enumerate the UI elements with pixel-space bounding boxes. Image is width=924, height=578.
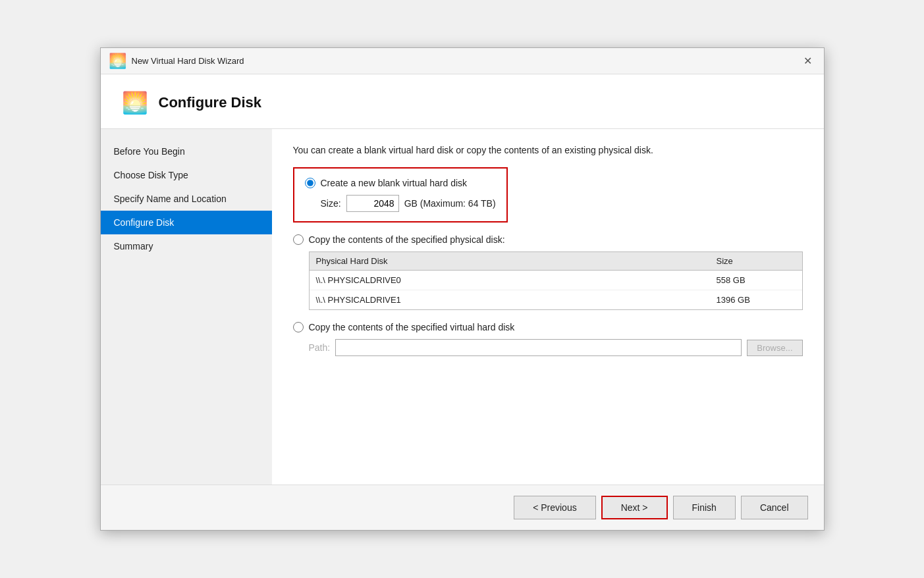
col-size-header: Size xyxy=(717,256,796,266)
table-row[interactable]: \\.\ PHYSICALDRIVE1 1396 GB xyxy=(310,290,802,309)
option2-radio[interactable] xyxy=(293,234,304,245)
title-bar: 🌅 New Virtual Hard Disk Wizard ✕ xyxy=(101,48,824,74)
sidebar-item-summary[interactable]: Summary xyxy=(101,234,272,258)
window-title: New Virtual Hard Disk Wizard xyxy=(132,56,244,66)
sidebar: Before You Begin Choose Disk Type Specif… xyxy=(101,129,272,485)
main-content: You can create a blank virtual hard disk… xyxy=(272,129,824,485)
create-new-disk-box: Create a new blank virtual hard disk Siz… xyxy=(293,167,508,223)
option3-label: Copy the contents of the specified virtu… xyxy=(309,322,515,332)
physical-disk-table: Physical Hard Disk Size \\.\ PHYSICALDRI… xyxy=(309,251,803,310)
size-input[interactable] xyxy=(346,195,399,212)
option1-label: Create a new blank virtual hard disk xyxy=(321,178,468,188)
disk-drive1-size: 1396 GB xyxy=(717,295,796,305)
previous-button[interactable]: < Previous xyxy=(514,496,596,519)
finish-button[interactable]: Finish xyxy=(673,496,736,519)
disk-drive0-size: 558 GB xyxy=(717,275,796,285)
copy-physical-section: Copy the contents of the specified physi… xyxy=(293,234,803,310)
page-title: Configure Disk xyxy=(159,94,261,111)
title-icon: 🌅 xyxy=(109,53,126,70)
disk-drive1: \\.\ PHYSICALDRIVE1 xyxy=(316,295,717,305)
option2-row: Copy the contents of the specified physi… xyxy=(293,234,803,245)
option1-radio[interactable] xyxy=(305,178,315,188)
footer: < Previous Next > Finish Cancel xyxy=(101,485,824,530)
option2-label: Copy the contents of the specified physi… xyxy=(309,234,505,245)
sidebar-item-choose-disk-type[interactable]: Choose Disk Type xyxy=(101,163,272,187)
sidebar-item-specify-name-location[interactable]: Specify Name and Location xyxy=(101,187,272,211)
main-window: 🌅 New Virtual Hard Disk Wizard ✕ 🌅 Confi… xyxy=(100,47,825,531)
col-disk-header: Physical Hard Disk xyxy=(316,256,717,266)
option1-row: Create a new blank virtual hard disk xyxy=(305,178,496,188)
option3-row: Copy the contents of the specified virtu… xyxy=(293,322,803,332)
table-header: Physical Hard Disk Size xyxy=(310,252,802,271)
sidebar-item-before-you-begin[interactable]: Before You Begin xyxy=(101,140,272,163)
path-label: Path: xyxy=(309,342,331,353)
path-input[interactable] xyxy=(335,339,742,356)
content-area: Before You Begin Choose Disk Type Specif… xyxy=(101,129,824,485)
next-button[interactable]: Next > xyxy=(601,496,668,519)
disk-drive0: \\.\ PHYSICALDRIVE0 xyxy=(316,275,717,285)
close-button[interactable]: ✕ xyxy=(800,53,816,69)
option3-radio[interactable] xyxy=(293,322,304,332)
title-bar-left: 🌅 New Virtual Hard Disk Wizard xyxy=(109,53,244,70)
path-row: Path: Browse... xyxy=(309,339,803,356)
table-row[interactable]: \\.\ PHYSICALDRIVE0 558 GB xyxy=(310,271,802,290)
cancel-button[interactable]: Cancel xyxy=(741,496,808,519)
sidebar-item-configure-disk[interactable]: Configure Disk xyxy=(101,211,272,234)
browse-button[interactable]: Browse... xyxy=(747,340,802,356)
header-icon: 🌅 xyxy=(122,90,148,115)
size-row: Size: GB (Maximum: 64 TB) xyxy=(321,195,496,212)
size-label: Size: xyxy=(321,198,341,209)
header-section: 🌅 Configure Disk xyxy=(101,74,824,129)
copy-virtual-section: Copy the contents of the specified virtu… xyxy=(293,322,803,356)
size-unit: GB (Maximum: 64 TB) xyxy=(404,198,496,209)
description-text: You can create a blank virtual hard disk… xyxy=(293,145,803,155)
